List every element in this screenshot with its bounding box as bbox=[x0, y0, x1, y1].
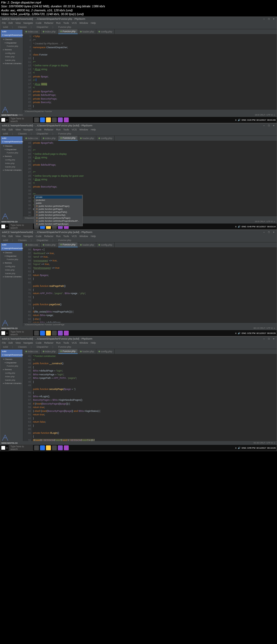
edge-icon bbox=[40, 117, 45, 122]
windows-taskbar[interactable]: ○Type here to search ∧🔊ENG8:52 PM8/11/20… bbox=[0, 330, 277, 336]
tab-index-php: index.php bbox=[41, 29, 58, 34]
project-sidebar[interactable]: solid C:\wamp64\www\solid Classes Dispat… bbox=[0, 136, 23, 220]
screenshot-3: solid [C:\wamp64\www\solid] - ...\Classe… bbox=[0, 230, 277, 336]
tree-index: index.php bbox=[1, 55, 22, 59]
menubar[interactable]: FileEditViewNavigateCodeRefactorRunTools… bbox=[0, 128, 277, 132]
tree-dispatcher: Dispatcher bbox=[1, 41, 22, 45]
screenshot-1: solid [C:\wamp64\www\solid] - ...\Classe… bbox=[0, 17, 277, 123]
autocomplete-popup[interactable]: private protected public ⊕public functio… bbox=[34, 195, 83, 226]
windows-taskbar[interactable]: ○ Type here to search ∧🔊ENG8:24 PM8/11/2… bbox=[0, 117, 277, 123]
popup-public: public bbox=[35, 202, 82, 205]
tab-index-css: index.css bbox=[23, 29, 41, 34]
editor-tabs[interactable]: index.css index.php Functor.php loader.p… bbox=[23, 242, 277, 247]
tree-functor: Functor.php bbox=[1, 45, 22, 48]
tree-config: config.php bbox=[1, 52, 22, 55]
menubar[interactable]: FileEditViewNavigateCodeRefactorRunTools… bbox=[0, 234, 277, 238]
tab-config: config.php bbox=[96, 29, 115, 34]
app-icon bbox=[58, 117, 63, 122]
tab-functor: Functor.php bbox=[58, 29, 78, 34]
video-metadata: File: 2. Design dispatcher.mp4 Size: 109… bbox=[0, 0, 277, 17]
code-editor[interactable]: 1278910111213141516171819202122232425 <?… bbox=[23, 34, 277, 109]
taskbar-search: Type here to search bbox=[9, 117, 33, 123]
popup-private: private bbox=[35, 196, 82, 199]
cortana-icon: ○ bbox=[6, 119, 8, 121]
phpstorm-icon bbox=[64, 117, 69, 122]
project-sidebar[interactable]: solid C:\wamp64\www\solid Classes Dispat… bbox=[0, 242, 23, 326]
project-root: solid C:\wamp64\www\solid bbox=[1, 30, 22, 37]
tree-themes: themes bbox=[1, 48, 22, 52]
project-sidebar[interactable]: solid C:\wamp64\www\solid Classes Dispat… bbox=[0, 29, 23, 113]
system-tray: ∧🔊ENG8:24 PM8/11/201700:01:06 bbox=[235, 119, 276, 121]
editor-breadcrumb[interactable]: \Classes\Dispatcher Functor bbox=[23, 109, 277, 113]
start-button bbox=[1, 118, 5, 122]
code-editor[interactable]: 4142434445464748495556575859606162636465… bbox=[23, 354, 277, 441]
editor-tabs[interactable]: index.css index.php Functor.php loader.p… bbox=[23, 136, 277, 141]
window-controls[interactable]: −□× bbox=[263, 18, 275, 20]
screenshot-2: solid [C:\wamp64\www\solid] - ...\Classe… bbox=[0, 123, 277, 230]
line-gutter: 1278910111213141516171819202122232425 bbox=[23, 34, 32, 109]
popup-protected: protected bbox=[35, 199, 82, 202]
menubar[interactable]: FileEditViewNavigateCodeRefactorRunTools… bbox=[0, 21, 277, 25]
tree-loader: loader.php bbox=[1, 59, 22, 62]
editor-tabs[interactable]: index.css index.php Functor.php loader.p… bbox=[23, 349, 277, 354]
menubar[interactable]: FileEditViewNavigateCodeRefactorRunTools… bbox=[0, 341, 277, 345]
editor-tabs[interactable]: index.css index.php Functor.php loader.p… bbox=[23, 29, 277, 34]
tree-classes: Classes bbox=[1, 38, 22, 41]
breadcrumb-toolbar[interactable]: solid〉Classes〉Dispatcher〉Functor.php bbox=[0, 25, 277, 29]
code-editor[interactable]: 5657585960616263646570717273748081828384… bbox=[23, 247, 277, 323]
popup-getdefault: ⊕public function getDefaultPage() bbox=[35, 205, 82, 208]
editor-panel: index.css index.php Functor.php loader.p… bbox=[23, 29, 277, 113]
screenshot-4: solid [C:\wamp64\www\solid] - ...\Classe… bbox=[0, 336, 277, 451]
window-titlebar: solid [C:\wamp64\www\solid] - ...\Classe… bbox=[0, 17, 277, 21]
code-lines[interactable]: <?php /** * Created by PhpStorm. ...*/ n… bbox=[32, 34, 277, 109]
tree-extlib: External Libraries bbox=[1, 62, 22, 65]
neotis-logo: WWW.NEOTIS.CO bbox=[1, 106, 18, 116]
taskview-icon bbox=[34, 117, 39, 122]
windows-taskbar[interactable]: ○Type here to search ∧🔊ENG8:55 PM8/11/20… bbox=[0, 445, 277, 451]
explorer-icon bbox=[46, 117, 51, 122]
store-icon bbox=[52, 117, 57, 122]
statusbar: Undefined class class16:8 CRLF: UTF-8: ⏚ bbox=[0, 113, 277, 117]
tab-loader: loader.php bbox=[78, 29, 96, 34]
project-sidebar[interactable]: solid C:\wamp64\www\solid Classes Dispat… bbox=[0, 349, 23, 441]
